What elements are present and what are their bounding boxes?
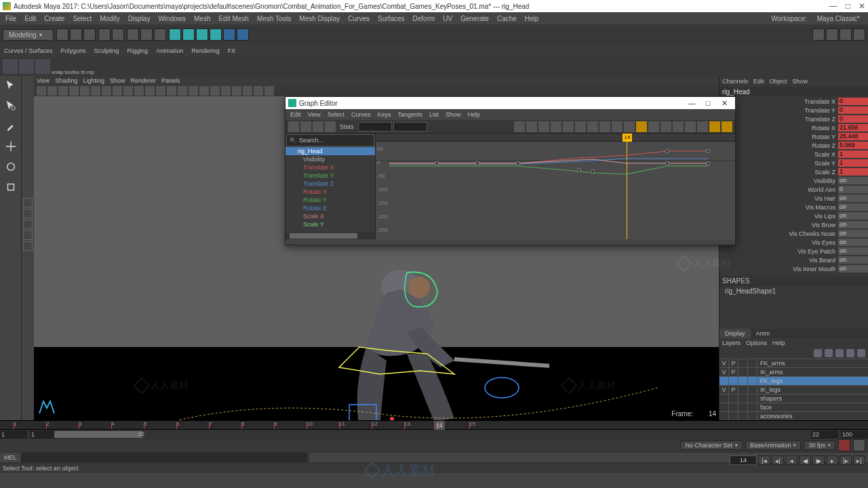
play-back-button[interactable]: ◀ [799,455,811,465]
vp-icon-gamma[interactable] [243,86,252,96]
timeline-keyframe[interactable] [111,422,112,429]
channel-attr-value[interactable]: on [838,239,868,246]
menu-file[interactable]: File [1,15,20,22]
ge-attr-list[interactable]: rig_Head Visibility Translate X Translat… [285,147,375,232]
layer-name[interactable]: FK_legs [757,378,783,384]
layer-tab-anim[interactable]: Anim [751,329,776,338]
ge-menu-select[interactable]: Select [324,111,348,118]
script-lang-toggle[interactable]: MEL [0,453,22,462]
ipr-button[interactable] [826,28,838,41]
menu-uv[interactable]: UV [439,15,456,22]
menu-windows[interactable]: Windows [154,15,190,22]
menu-deform[interactable]: Deform [409,15,439,22]
layer-row[interactable]: FK_legs [719,376,868,385]
anim-layer-dropdown[interactable]: BaseAnimation [745,441,802,450]
paint-select-button[interactable] [154,28,166,41]
layer-name[interactable]: shapers [757,395,782,402]
layer-name[interactable]: IK_legs [757,386,781,393]
ge-time-ruler[interactable]: 14 [376,134,735,142]
timeline-keyframe[interactable] [46,422,47,429]
rotate-tool[interactable] [3,159,19,175]
ge-attr-visibility[interactable]: Visibility [285,155,375,163]
character-set-dropdown[interactable]: No Character Set [680,441,743,450]
vp-menu-view[interactable]: View [37,77,50,84]
vp-icon-more[interactable] [264,86,274,96]
ge-post-inf-button[interactable] [673,121,684,132]
layer-name[interactable]: IK_arms [757,369,783,375]
layer-type-toggle[interactable] [738,368,748,376]
step-back-button[interactable]: ◂| [772,455,784,465]
timeline-keyframe[interactable] [176,422,177,429]
shelf-button-2[interactable] [19,59,34,74]
channel-attr-row[interactable]: Vis Macroson [719,203,868,211]
shape-name[interactable]: rig_HeadShape1 [719,286,868,296]
channel-attr-row[interactable]: Translate X0 [719,97,868,106]
layer-type-toggle[interactable] [738,359,748,367]
go-start-button[interactable]: |◂ [758,455,770,465]
graph-editor-graph[interactable]: 14 50 0 -50 -100 -150 -200 -250 [375,134,735,239]
ch-menu-channels[interactable]: Channels [722,78,748,85]
menu-help[interactable]: Help [521,15,543,22]
command-input[interactable] [22,453,307,462]
ge-stats-value-input[interactable] [393,122,427,131]
layer-playback-toggle[interactable] [729,394,738,403]
layer-type-toggle[interactable] [738,412,748,420]
ge-stats-time-input[interactable] [358,122,392,131]
channel-attr-value[interactable]: on [838,195,868,202]
layer-color-swatch[interactable] [748,369,757,376]
layer-menu-help[interactable]: Help [772,340,785,346]
layer-row[interactable]: V P FK_arms [719,359,868,367]
channel-attr-value[interactable]: 0 [838,106,868,114]
window-minimize-icon[interactable]: — [829,1,837,11]
vp-icon-expose[interactable] [232,86,241,96]
ge-pre-inf-button[interactable] [660,121,671,132]
ge-free-button[interactable] [612,121,623,132]
menu-edit[interactable]: Edit [20,15,40,22]
range-start-field[interactable]: 1 [0,430,27,439]
key-back-button[interactable]: ◂ [785,455,797,465]
snap-view-button[interactable] [223,28,235,41]
timeline-keyframe[interactable] [274,422,275,429]
ge-outliner-scrollbar[interactable] [285,232,375,239]
ge-flat-button[interactable] [563,121,574,132]
graph-editor-titlebar[interactable]: Graph Editor — □ ✕ [285,97,735,109]
snap-plane-button[interactable] [210,28,222,41]
range-slider[interactable]: 1 1 22 22 100 [0,430,868,439]
layer-vis-toggle[interactable] [719,403,729,411]
layer-playback-toggle[interactable]: P [729,359,738,367]
panel-layout-button[interactable] [853,28,865,41]
ge-menu-edit[interactable]: Edit [287,111,304,118]
layer-name[interactable]: face [757,404,772,411]
channel-attr-row[interactable]: Vis Hairon [719,194,868,203]
paint-tool[interactable] [3,118,19,134]
channel-attr-row[interactable]: Vis Eyeson [719,238,868,247]
channel-attr-row[interactable]: Vis Eye Patchon [719,247,868,256]
menu-modify[interactable]: Modify [96,15,123,22]
graph-editor-window[interactable]: Graph Editor — □ ✕ Edit View Select Curv… [285,96,736,245]
ge-break-button[interactable] [587,121,598,132]
vp-menu-show[interactable]: Show [110,77,125,84]
layer-playback-toggle[interactable] [729,412,738,420]
channel-attr-value[interactable]: on [838,221,868,228]
ge-node-rig-head[interactable]: rig_Head [285,147,375,155]
ge-attr-ry[interactable]: Rotate Y [285,196,375,204]
prefs-button[interactable] [853,439,865,451]
ge-insert-key-button[interactable] [300,121,311,132]
play-forward-button[interactable]: ▶ [812,455,825,465]
vp-icon-joint[interactable] [178,86,187,96]
vp-icon-render[interactable] [254,86,263,96]
vp-icon-motion[interactable] [199,86,209,96]
ge-linear-button[interactable] [526,121,537,132]
ch-menu-show[interactable]: Show [793,78,808,85]
ge-menu-help[interactable]: Help [464,111,484,118]
channel-attr-value[interactable]: on [838,265,868,272]
shelf-button-3[interactable] [35,59,50,74]
vp-icon-gate[interactable] [91,86,100,96]
channel-attr-row[interactable]: Translate Y0 [719,106,868,115]
layer-type-toggle[interactable] [738,403,748,411]
save-scene-button[interactable] [83,28,96,41]
menu-create[interactable]: Create [40,15,68,22]
range-in-field[interactable]: 1 [30,430,57,439]
layer-playback-toggle[interactable] [729,377,738,385]
window-close-icon[interactable]: ✕ [859,1,865,11]
